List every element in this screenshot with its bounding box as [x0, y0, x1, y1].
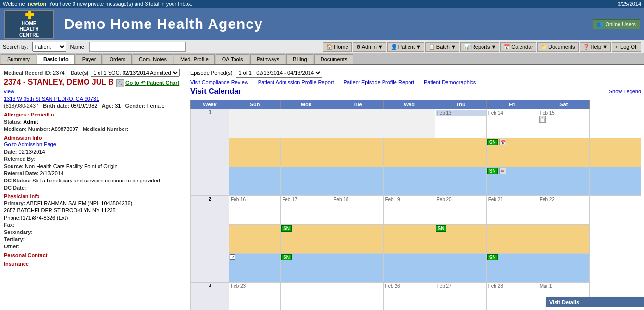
- view-link[interactable]: view: [4, 89, 14, 94]
- checkbox-sun-2[interactable]: ✓: [230, 254, 235, 260]
- sat-badge-icon[interactable]: 📋: [539, 116, 546, 123]
- actual-wed-2: [384, 254, 435, 283]
- search-patient-icon[interactable]: 🔍: [116, 79, 124, 87]
- secondary-label: Secondary:: [4, 229, 33, 235]
- planned-tue: [384, 138, 435, 167]
- online-users-button[interactable]: 👥 Online Users: [593, 19, 640, 29]
- edit-icon[interactable]: ✏: [499, 168, 506, 174]
- allergies-row: Allergies : Penicillin: [4, 112, 183, 117]
- sn-badge-planned-thu-2[interactable]: SN: [436, 225, 446, 232]
- primary-physician-phone: Phone:(171)874-8326 (Ext): [4, 215, 68, 220]
- popup-body: ACTUAL: 2/17/2014 POSTED ON: 3/25/2014 P…: [546, 307, 644, 310]
- personal-contact-header: Personal Contact: [4, 252, 183, 258]
- primary-fax-label: Fax:: [4, 222, 15, 228]
- sn-badge-planned-thu-1[interactable]: SN: [487, 139, 498, 145]
- patient-address[interactable]: 1313 W 35th St SAN PEDRO, CA 90731: [4, 96, 99, 102]
- tab-documents[interactable]: Documents: [314, 54, 354, 64]
- view-link-row: view: [4, 89, 183, 94]
- sn-badge-actual-mon-2[interactable]: SN: [281, 254, 292, 260]
- birth-date: 08/19/1982: [71, 103, 97, 109]
- search-by-select[interactable]: Patient Employee Physician: [32, 42, 66, 52]
- date-cell-sun-3: Feb 23: [229, 283, 281, 310]
- actual-row-1: SN ✏: [191, 167, 641, 196]
- dc-date-label: DC Date:: [4, 185, 26, 191]
- help-button[interactable]: ❓ Help▼: [580, 42, 611, 52]
- calendar-icon[interactable]: 📅: [499, 139, 506, 145]
- tab-qa-tools[interactable]: QA Tools: [216, 54, 249, 64]
- date-cell-tue-3: [332, 283, 384, 310]
- tab-com-notes[interactable]: Com. Notes: [133, 54, 173, 64]
- week-number-3: 3: [191, 283, 229, 310]
- referred-by-row: Referred By:: [4, 156, 183, 162]
- date-cell-fri-2: Feb 21: [486, 196, 538, 225]
- medicare-label: Medicare Number:: [4, 126, 50, 132]
- secondary-row: Secondary:: [4, 229, 183, 235]
- patient-button[interactable]: 👤 Patient▼: [387, 42, 424, 52]
- age-value: 31: [115, 103, 121, 109]
- tab-billing[interactable]: Billing: [286, 54, 313, 64]
- primary-phone-row: Phone:(171)874-8326 (Ext): [4, 215, 183, 220]
- actual-tue-2: [332, 254, 384, 283]
- searchbar: Search by: Patient Employee Physician Na…: [0, 40, 644, 53]
- status-value: Admit: [23, 119, 38, 125]
- referral-date-label: Referral Date:: [4, 170, 38, 176]
- tab-summary[interactable]: Summary: [1, 54, 36, 64]
- tab-payer[interactable]: Payer: [76, 54, 102, 64]
- primary-label: Primary:: [4, 200, 25, 206]
- episode-period-select[interactable]: 1 of 1 : 02/13/2014 - 04/13/2014: [236, 68, 322, 78]
- tab-pathways[interactable]: Pathways: [250, 54, 286, 64]
- actual-thu: SN ✏: [486, 167, 538, 196]
- dc-status-value: Still a beneficiary and services continu…: [32, 178, 160, 183]
- patient-name-row: 2374 - STANLEY, DEMO JUL B 🔍 Go to ↶ Pat…: [4, 78, 183, 87]
- medicaid-label: Medicaid Number:: [83, 126, 128, 132]
- dates-select[interactable]: 1 of 1 SOC: 02/13/2014 Admitted: [91, 69, 180, 77]
- sn-badge-planned-mon-2[interactable]: SN: [281, 225, 292, 232]
- go-to-admission-link[interactable]: Go to Admission Page: [4, 142, 56, 147]
- tab-basic-info[interactable]: Basic Info: [37, 54, 75, 64]
- date-cell-thu: Feb 13: [435, 109, 486, 138]
- tab-orders[interactable]: Orders: [103, 54, 132, 64]
- actual-row-2: ✓ SN SN: [191, 254, 641, 283]
- nav-buttons: 🏠 Home ⚙ Admin▼ 👤 Patient▼ 📋 Batch▼ 📊 Re…: [323, 42, 641, 52]
- patient-demographics-link[interactable]: Patient Demographics: [424, 79, 476, 85]
- sn-badge-actual-thu-1[interactable]: SN: [487, 168, 498, 174]
- name-label: Name:: [70, 44, 86, 50]
- admission-date-label: Date:: [4, 149, 17, 155]
- patient-name: 2374 - STANLEY, DEMO JUL B: [4, 78, 114, 86]
- show-legend-link[interactable]: Show Legend: [609, 89, 641, 94]
- planned-fri-2: [486, 225, 538, 254]
- planned-wed: [435, 138, 486, 167]
- logo: ✚ HOME HEALTH CENTRE: [4, 10, 54, 39]
- patient-episode-link[interactable]: Patient Episode Profile Report: [344, 79, 414, 85]
- date-cell-sat: Feb 15 📋: [538, 109, 589, 138]
- patient-admission-link[interactable]: Patient Admission Profile Report: [258, 79, 334, 85]
- planned-sat-2: [538, 225, 589, 254]
- week-number: 1: [191, 109, 229, 196]
- batch-button[interactable]: 📋 Batch▼: [425, 42, 459, 52]
- col-wed: Wed: [384, 100, 435, 109]
- logout-button[interactable]: ↩ Log Off: [612, 42, 641, 52]
- actual-sun-2: ✓: [229, 254, 281, 283]
- popup-header: Visit Details ✕: [546, 297, 644, 307]
- physician-section-header: Physician Info: [4, 194, 183, 199]
- search-input[interactable]: [89, 42, 186, 52]
- visit-compliance-link[interactable]: Visit Compliance Review: [190, 79, 248, 85]
- right-panel: Episode Period(s) 1 of 1 : 02/13/2014 - …: [187, 65, 644, 310]
- visit-calendar: Week Sun Mon Tue Wed Thu Fri Sat 1: [190, 100, 641, 310]
- reports-button[interactable]: 📊 Reports▼: [460, 42, 499, 52]
- status-row: Status: Admit: [4, 119, 183, 125]
- welcome-text: Welcome: [3, 1, 25, 7]
- sn-badge-actual-fri-2[interactable]: SN: [487, 254, 498, 260]
- medical-record-label: Medical Record ID:: [4, 70, 51, 76]
- top-links: Visit Compliance Review Patient Admissio…: [190, 79, 641, 85]
- admin-button[interactable]: ⚙ Admin▼: [353, 42, 386, 52]
- col-fri: Fri: [486, 100, 538, 109]
- patient-chart-link[interactable]: Go to ↶ Patient Chart: [125, 80, 179, 86]
- week-number-2: 2: [191, 196, 229, 283]
- documents-button[interactable]: 📁 Documents: [537, 42, 579, 52]
- planned-sat: [589, 138, 641, 167]
- home-button[interactable]: 🏠 Home: [323, 42, 351, 52]
- tab-med-profile[interactable]: Med. Profile: [174, 54, 215, 64]
- patient-chart-label: Patient Chart: [147, 80, 179, 86]
- calendar-button[interactable]: 📅 Calendar: [500, 42, 536, 52]
